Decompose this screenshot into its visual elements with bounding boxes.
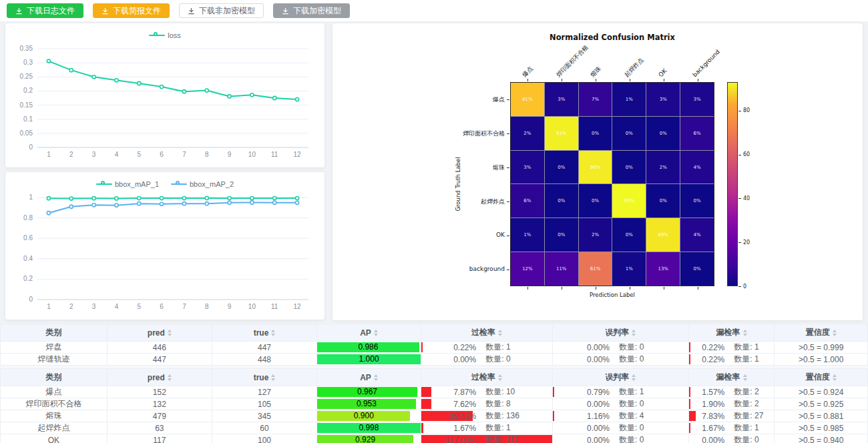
sort-carets-icon[interactable] <box>743 330 747 336</box>
colorbar-tick-label: 40 <box>743 195 750 201</box>
category-cell: 焊印面积不合格 <box>1 398 107 410</box>
sort-carets-icon[interactable] <box>498 374 502 381</box>
svg-text:0: 0 <box>29 296 33 303</box>
legend-marker-icon <box>149 31 165 39</box>
confidence-cell: >0.5 = 0.999 <box>775 342 868 354</box>
overcheck-rate: 7.87% <box>421 388 476 397</box>
misjudge-count: 数量: 0 <box>610 398 644 410</box>
column-header-漏检率[interactable]: 漏检率 <box>688 369 775 386</box>
column-header-过检率[interactable]: 过检率 <box>421 369 552 386</box>
overcheck-count: 数量: 8 <box>476 398 510 410</box>
loss-chart-card: loss 00.050.10.150.20.250.30.35123456789… <box>5 23 324 167</box>
legend-item-loss[interactable]: loss <box>149 31 181 39</box>
legend-item-bbox_mAP_1[interactable]: bbox_mAP_1 <box>96 180 159 188</box>
misjudge-cell: 0.00%数量: 0 <box>552 422 688 434</box>
overcheck-count: 数量: 1 <box>476 342 510 353</box>
matrix-tick-mark <box>507 270 509 270</box>
matrix-tick-mark <box>596 287 596 290</box>
map-chart-card: bbox_mAP_1bbox_mAP_2 00.20.40.60.8112345… <box>5 172 324 320</box>
matrix-cell: 3% <box>680 83 714 116</box>
sort-carets-icon[interactable] <box>632 374 636 381</box>
true-cell: 105 <box>212 398 316 410</box>
sort-carets-icon[interactable] <box>374 330 378 336</box>
sort-carets-icon[interactable] <box>498 330 502 336</box>
column-header-pred[interactable]: pred <box>107 369 212 386</box>
matrix-row-label: 熔珠 <box>421 163 505 172</box>
svg-text:3: 3 <box>92 303 96 310</box>
true-cell: 100 <box>212 434 316 443</box>
svg-text:0.1: 0.1 <box>23 115 33 123</box>
colorbar-tick-mark <box>738 242 741 243</box>
table-row: 爆点1521270.9677.87%数量: 100.79%数量: 11.57%数… <box>1 386 868 398</box>
loss-chart-legend: loss <box>11 27 319 43</box>
sort-carets-icon[interactable] <box>271 374 275 381</box>
misjudge-rate: 0.00% <box>553 400 610 409</box>
download-encrypted-model-button[interactable]: 下载加密模型 <box>273 3 350 18</box>
matrix-cell: 0% <box>612 117 646 150</box>
ap-value: 1.000 <box>317 354 421 364</box>
sort-carets-icon[interactable] <box>271 330 275 336</box>
sort-carets-icon[interactable] <box>833 330 837 336</box>
matrix-title: Normalized Confusion Matrix <box>510 33 714 42</box>
table-row: OK1171000.929117.00%数量: 1170.00%数量: 00.0… <box>1 434 868 443</box>
column-header-置信度[interactable]: 置信度 <box>775 324 868 342</box>
svg-text:3: 3 <box>92 151 96 158</box>
sort-carets-icon[interactable] <box>374 374 378 381</box>
ap-cell: 0.900 <box>317 410 421 422</box>
matrix-cell: 91% <box>545 117 578 150</box>
column-header-true[interactable]: true <box>212 324 316 342</box>
sort-carets-icon[interactable] <box>168 374 172 381</box>
svg-text:11: 11 <box>271 303 278 310</box>
column-header-漏检率[interactable]: 漏检率 <box>688 324 775 342</box>
matrix-cell: 0% <box>612 151 646 184</box>
true-cell: 127 <box>212 386 316 398</box>
misjudge-cell: 0.00%数量: 0 <box>552 342 688 354</box>
column-header-true[interactable]: true <box>212 369 316 386</box>
overcheck-count: 数量: 1 <box>476 422 510 434</box>
sort-carets-icon[interactable] <box>168 330 172 336</box>
misscheck-cell: 0.00%数量: 0 <box>688 434 775 443</box>
column-header-AP[interactable]: AP <box>317 324 421 342</box>
matrix-cell: 3% <box>646 83 680 116</box>
sort-carets-icon[interactable] <box>743 374 747 381</box>
column-header-AP[interactable]: AP <box>317 369 421 386</box>
svg-text:9: 9 <box>228 151 232 158</box>
colorbar-tick-label: 0 <box>743 284 746 290</box>
misscheck-rate: 0.00% <box>689 436 725 443</box>
svg-text:0.3: 0.3 <box>23 59 33 66</box>
misscheck-count: 数量: 27 <box>724 410 763 422</box>
svg-text:8: 8 <box>205 151 209 158</box>
confidence-cell: >0.5 = 0.881 <box>775 410 868 422</box>
matrix-cell: 0% <box>545 151 578 184</box>
misjudge-rate: 0.79% <box>553 388 610 397</box>
table-row: 焊缝轨迹4474481.0000.00%数量: 00.00%数量: 00.22%… <box>1 354 868 366</box>
svg-text:7: 7 <box>182 151 186 158</box>
svg-text:0.8: 0.8 <box>23 214 33 222</box>
pred-cell: 447 <box>107 354 212 366</box>
legend-item-bbox_mAP_2[interactable]: bbox_mAP_2 <box>171 180 234 188</box>
matrix-cell: 6% <box>511 184 544 217</box>
column-header-pred[interactable]: pred <box>107 324 212 342</box>
svg-text:12: 12 <box>294 303 302 310</box>
misscheck-cell: 0.22%数量: 1 <box>688 342 775 354</box>
misscheck-count: 数量: 1 <box>724 354 758 365</box>
column-header-误判率[interactable]: 误判率 <box>552 369 688 386</box>
sort-carets-icon[interactable] <box>632 330 636 336</box>
overcheck-rate: 39.42% <box>421 412 476 421</box>
column-header-过检率[interactable]: 过检率 <box>421 324 552 342</box>
download-brief-button[interactable]: 下载简报文件 <box>93 3 170 18</box>
matrix-tick-mark <box>698 79 698 81</box>
ap-value: 0.900 <box>317 411 410 421</box>
sort-carets-icon[interactable] <box>833 374 837 381</box>
misjudge-count: 数量: 4 <box>610 410 644 422</box>
download-plain-model-button[interactable]: 下载非加密模型 <box>179 3 264 18</box>
ap-value: 0.998 <box>317 423 421 433</box>
svg-text:6: 6 <box>160 151 164 158</box>
matrix-cell: 12% <box>511 252 544 286</box>
svg-text:4: 4 <box>115 151 119 158</box>
download-log-button[interactable]: 下载日志文件 <box>7 3 83 18</box>
matrix-row-label: OK <box>421 232 505 238</box>
map-chart-legend: bbox_mAP_1bbox_mAP_2 <box>11 176 319 192</box>
column-header-误判率[interactable]: 误判率 <box>552 324 688 342</box>
column-header-置信度[interactable]: 置信度 <box>775 369 868 386</box>
